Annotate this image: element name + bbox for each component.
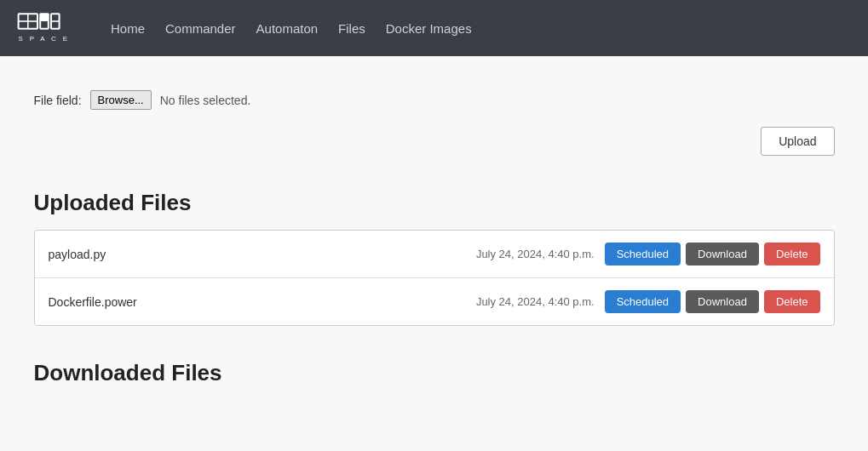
file-date-2: July 24, 2024, 4:40 p.m. (476, 295, 595, 308)
svg-text:S P A C E: S P A C E (19, 35, 70, 43)
logo: S P A C E (17, 9, 85, 48)
download-button-1[interactable]: Download (686, 243, 759, 265)
delete-button-1[interactable]: Delete (764, 243, 820, 265)
nav-automaton[interactable]: Automaton (256, 21, 319, 36)
navigation: S P A C E Home Commander Automaton Files… (0, 0, 868, 56)
browse-button[interactable]: Browse... (90, 90, 152, 110)
main-content: File field: Browse... No files selected.… (17, 56, 852, 434)
file-name-1: payload.py (49, 248, 476, 261)
file-date-1: July 24, 2024, 4:40 p.m. (476, 248, 595, 260)
nav-home[interactable]: Home (111, 21, 145, 36)
download-button-2[interactable]: Download (686, 290, 759, 313)
svg-rect-4 (40, 14, 49, 21)
files-table: payload.py July 24, 2024, 4:40 p.m. Sche… (34, 230, 835, 326)
uploaded-files-section: Uploaded Files payload.py July 24, 2024,… (34, 190, 835, 326)
uploaded-files-title: Uploaded Files (34, 190, 835, 216)
file-name-2: Dockerfile.power (49, 295, 476, 309)
no-file-text: No files selected. (160, 94, 251, 107)
upload-row: Upload (34, 127, 835, 156)
downloaded-files-section: Downloaded Files (34, 360, 835, 386)
logo-image: S P A C E (17, 9, 85, 48)
upload-button[interactable]: Upload (761, 127, 834, 156)
table-row: payload.py July 24, 2024, 4:40 p.m. Sche… (35, 231, 834, 278)
nav-files[interactable]: Files (338, 21, 365, 36)
file-field-row: File field: Browse... No files selected. (34, 90, 835, 110)
scheduled-button-1[interactable]: Scheduled (605, 243, 681, 265)
file-field-label: File field: (34, 94, 82, 107)
table-row: Dockerfile.power July 24, 2024, 4:40 p.m… (35, 278, 834, 325)
downloaded-files-title: Downloaded Files (34, 360, 835, 386)
file-actions-2: Scheduled Download Delete (605, 290, 820, 313)
nav-commander[interactable]: Commander (165, 21, 236, 36)
scheduled-button-2[interactable]: Scheduled (605, 290, 681, 313)
delete-button-2[interactable]: Delete (764, 290, 820, 313)
file-actions-1: Scheduled Download Delete (605, 243, 820, 265)
nav-links: Home Commander Automaton Files Docker Im… (111, 21, 472, 36)
nav-docker-images[interactable]: Docker Images (386, 21, 472, 36)
